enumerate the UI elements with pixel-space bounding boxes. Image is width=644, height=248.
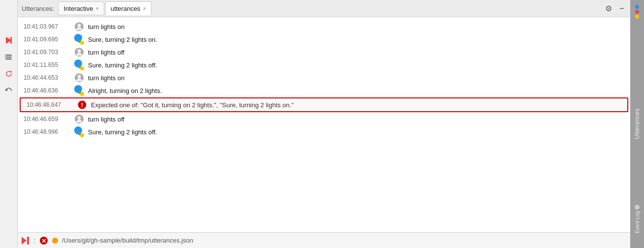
event-log-dot: [635, 205, 640, 210]
utterance-text: turn lights on: [88, 23, 124, 31]
timestamp: 10:41:11.655: [24, 62, 70, 68]
dot-red-icon: [635, 10, 639, 14]
bot-avatar-icon: [74, 34, 84, 44]
utterance-text: turn lights off: [88, 49, 124, 56]
left-sidebar: [0, 0, 18, 248]
utterance-text: turn lights off: [88, 116, 124, 123]
table-row: 10:46:44.653 turn lights on: [18, 71, 630, 84]
tab-utterances-label: utterances: [111, 5, 141, 12]
utterance-text: Sure, turning 2 lights off.: [88, 62, 157, 69]
utterance-text: Sure, turning 2 lights on.: [88, 36, 157, 43]
timestamp: 10:41:03.967: [24, 23, 70, 30]
tab-utterances[interactable]: utterances ×: [105, 1, 151, 15]
svg-text:✕: ✕: [41, 237, 46, 244]
timestamp: 10:41:09.695: [24, 36, 70, 43]
table-row: 10:41:09.695 Sure, turning 2 lights on.: [18, 33, 630, 46]
timestamp: 10:46:48.996: [24, 128, 70, 135]
tab-interactive-close[interactable]: ×: [95, 6, 98, 11]
svg-rect-2: [6, 55, 12, 56]
tab-interactive[interactable]: Interactive ×: [58, 1, 104, 15]
colon-separator: :: [33, 237, 35, 244]
bottom-play-icon[interactable]: [22, 237, 29, 245]
utterances-list[interactable]: 10:41:03.967 turn lights on 10:41:09.695…: [18, 17, 630, 232]
timestamp: 10:46:46.659: [24, 116, 70, 123]
dot-blue-icon: [635, 5, 639, 9]
bot-avatar-icon: [74, 86, 84, 95]
tab-bar: Utterances: Interactive × utterances × ⚙…: [18, 0, 630, 17]
error-icon: !: [77, 100, 87, 110]
sidebar-refresh-icon[interactable]: [3, 68, 15, 80]
user-avatar-icon: [74, 22, 84, 31]
right-sidebar-dots: [635, 5, 639, 19]
bot-avatar-icon: [74, 60, 84, 70]
svg-rect-3: [6, 57, 12, 58]
table-row: 10:41:11.655 Sure, turning 2 lights off.: [18, 59, 630, 71]
user-avatar-icon: [74, 114, 84, 124]
svg-rect-4: [6, 59, 12, 60]
sidebar-list-icon[interactable]: [3, 51, 15, 63]
utterance-text: Sure, turning 2 lights off.: [88, 128, 157, 136]
tab-utterances-close[interactable]: ×: [143, 6, 146, 11]
table-row: 10:41:03.967 turn lights on: [18, 20, 630, 33]
minimize-button[interactable]: −: [617, 4, 626, 13]
svg-marker-12: [22, 237, 27, 245]
svg-rect-1: [10, 37, 12, 44]
utterance-text: Alright, turning on 2 lights.: [88, 87, 162, 94]
table-row: 10:46:46.659 turn lights off: [18, 113, 630, 125]
tab-actions: ⚙ −: [603, 3, 626, 14]
timestamp: 10:41:09.703: [24, 49, 70, 56]
table-row: 10:41:09.703 turn lights off: [18, 46, 630, 59]
sidebar-play-icon[interactable]: [3, 34, 15, 46]
error-row: 10:46:46.647 ! Expected one of: "Got it,…: [20, 97, 628, 112]
timestamp: 10:46:46.647: [27, 101, 73, 108]
svg-rect-13: [27, 237, 29, 245]
file-path: /Users/git/gh-sample/build/tmp/utterance…: [62, 237, 193, 244]
orange-dot-icon: [52, 238, 58, 244]
right-sidebar: Utterances Event Log: [630, 0, 644, 248]
bottom-bar: : ✕ /Users/git/gh-sample/build/tmp/utter…: [18, 232, 630, 248]
event-log-area: Event Log: [635, 205, 640, 233]
user-avatar-icon: [74, 73, 84, 83]
bot-avatar-icon: [74, 127, 84, 137]
dot-yellow-icon: [635, 15, 639, 19]
svg-rect-5: [5, 54, 6, 56]
settings-button[interactable]: ⚙: [603, 3, 614, 14]
svg-rect-6: [5, 56, 6, 58]
sidebar-undo-icon[interactable]: [3, 85, 15, 96]
event-log-label[interactable]: Event Log: [635, 211, 640, 233]
utterances-label: Utterances:: [22, 5, 54, 12]
error-badge-icon: ✕: [39, 236, 48, 245]
error-text: Expected one of: "Got it, turning on 2 l…: [91, 101, 293, 109]
svg-text:!: !: [81, 102, 83, 109]
right-sidebar-label[interactable]: Utterances: [634, 108, 641, 139]
table-row: 10:46:46.636 Alright, turning on 2 light…: [18, 84, 630, 97]
tab-interactive-label: Interactive: [63, 5, 93, 12]
table-row: 10:46:48.996 Sure, turning 2 lights off.: [18, 125, 630, 138]
main-content: Utterances: Interactive × utterances × ⚙…: [18, 0, 630, 248]
timestamp: 10:46:46.636: [24, 87, 70, 94]
utterance-text: turn lights on: [88, 74, 124, 82]
svg-rect-7: [5, 58, 6, 60]
timestamp: 10:46:44.653: [24, 74, 70, 81]
user-avatar-icon: [74, 47, 84, 57]
